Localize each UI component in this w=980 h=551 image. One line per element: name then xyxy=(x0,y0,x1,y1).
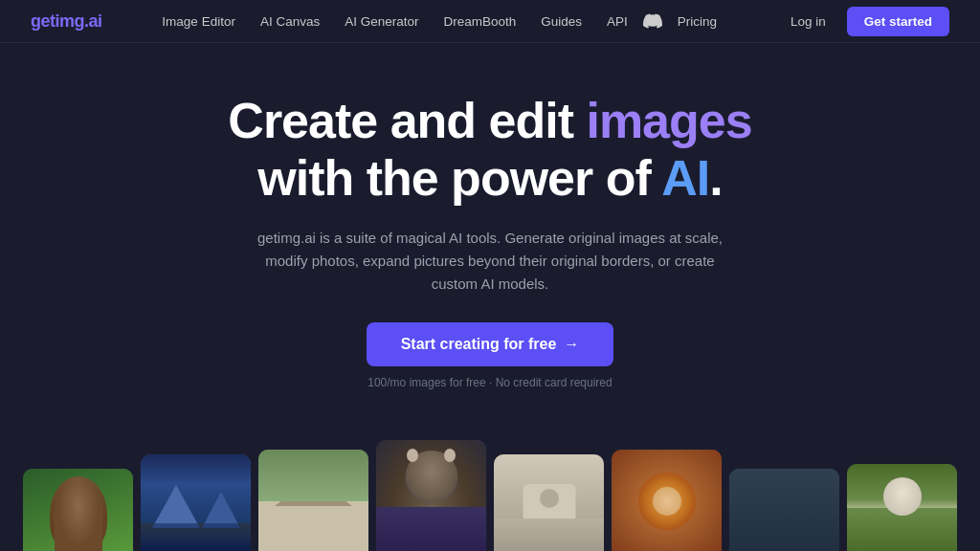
gallery-card-dreambooth[interactable]: DREAMBOOTH xyxy=(729,469,839,551)
gallery-card-alrerased[interactable]: ALRERASED xyxy=(847,464,957,551)
nav-item-image-editor[interactable]: Image Editor xyxy=(152,12,245,30)
card-dreambooth-img xyxy=(729,469,839,551)
hero-section: Create and edit images with the power of… xyxy=(0,43,980,408)
card-architecture-img xyxy=(258,450,368,551)
nav-item-guides[interactable]: Guides xyxy=(531,12,591,30)
nav-link-api[interactable]: API xyxy=(597,9,637,34)
hero-heading-part1: Create and edit xyxy=(228,93,586,148)
nav-links: Image Editor AI Canvas AI Generator Drea… xyxy=(152,11,726,31)
nav-item-api[interactable]: API xyxy=(597,12,637,30)
hero-heading-part2: with the power of xyxy=(257,150,661,206)
gallery-card-blog-images[interactable]: BLOG IMAGES xyxy=(612,450,722,551)
hero-note: 100/mo images for free · No credit card … xyxy=(368,376,612,389)
logo-text: getimg xyxy=(31,11,84,31)
gallery-row: IMAGE BLENDING STOCK IMAGES ARCHITECTURE… xyxy=(0,426,980,551)
nav-item-pricing[interactable]: Pricing xyxy=(668,12,726,30)
nav-item-dreambooth[interactable]: DreamBooth xyxy=(434,12,525,30)
nav-link-image-editor[interactable]: Image Editor xyxy=(152,9,245,34)
logo[interactable]: getimg.ai xyxy=(31,11,102,32)
gallery-card-photorealism[interactable]: PHOTOREALISM xyxy=(376,440,486,551)
nav-item-ai-generator[interactable]: AI Generator xyxy=(335,12,428,30)
navbar: getimg.ai Image Editor AI Canvas AI Gene… xyxy=(0,0,980,43)
hero-heading-highlight-images: images xyxy=(586,93,751,148)
nav-right: Log in Get started xyxy=(777,7,949,36)
card-alrerased-img xyxy=(847,464,957,551)
hero-subtitle: getimg.ai is a suite of magical AI tools… xyxy=(251,227,729,296)
gallery-card-architecture[interactable]: ARCHITECTURE xyxy=(258,450,368,551)
gallery-card-bg-replacement[interactable]: BG REPLACEMENT xyxy=(494,454,604,551)
cta-arrow-icon: → xyxy=(564,336,579,353)
nav-link-ai-generator[interactable]: AI Generator xyxy=(335,9,428,34)
nav-link-ai-canvas[interactable]: AI Canvas xyxy=(251,9,329,34)
gallery-card-blending[interactable]: IMAGE BLENDING xyxy=(23,469,133,551)
hero-cta-area: Start creating for free → 100/mo images … xyxy=(0,322,980,389)
nav-item-discord[interactable] xyxy=(643,11,662,31)
hero-heading-period: . xyxy=(709,150,722,206)
card-bg-replacement-img xyxy=(494,454,604,551)
logo-ai: ai xyxy=(89,11,102,31)
nav-item-ai-canvas[interactable]: AI Canvas xyxy=(251,12,329,30)
card-photorealism-img xyxy=(376,440,486,551)
hero-heading-highlight-ai: AI xyxy=(661,150,709,206)
nav-link-guides[interactable]: Guides xyxy=(531,9,591,34)
start-creating-button[interactable]: Start creating for free → xyxy=(367,322,614,366)
card-blog-images-img xyxy=(612,450,722,551)
hero-heading: Create and edit images with the power of… xyxy=(0,93,980,208)
get-started-button[interactable]: Get started xyxy=(847,7,949,36)
login-button[interactable]: Log in xyxy=(777,9,839,34)
card-stock-img xyxy=(141,454,251,551)
cta-label: Start creating for free xyxy=(401,336,557,353)
discord-icon xyxy=(643,11,662,31)
nav-link-pricing[interactable]: Pricing xyxy=(668,9,726,34)
card-blending-img xyxy=(23,469,133,551)
nav-link-dreambooth[interactable]: DreamBooth xyxy=(434,9,525,34)
gallery-card-stock[interactable]: STOCK IMAGES xyxy=(141,454,251,551)
